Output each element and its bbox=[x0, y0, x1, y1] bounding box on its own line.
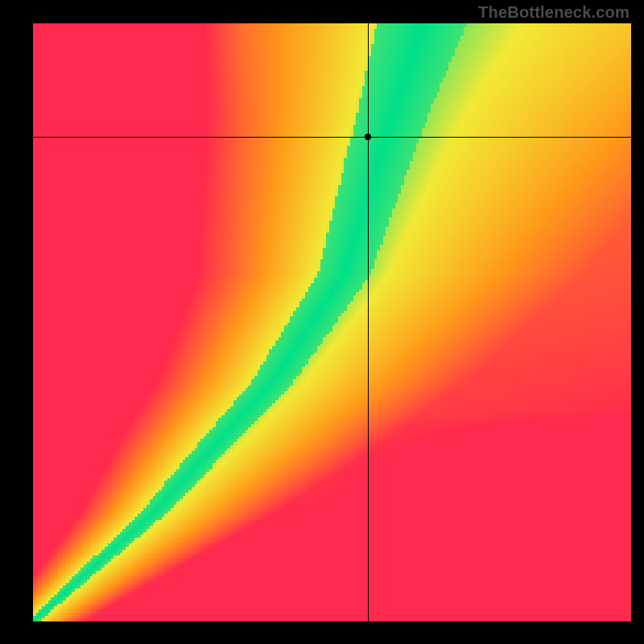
chart-frame: TheBottleneck.com bbox=[0, 0, 644, 644]
crosshair-vertical bbox=[368, 23, 369, 621]
watermark-label: TheBottleneck.com bbox=[478, 3, 630, 22]
heatmap-plot bbox=[33, 23, 631, 621]
crosshair-horizontal bbox=[33, 137, 631, 138]
heatmap-canvas bbox=[33, 23, 631, 621]
